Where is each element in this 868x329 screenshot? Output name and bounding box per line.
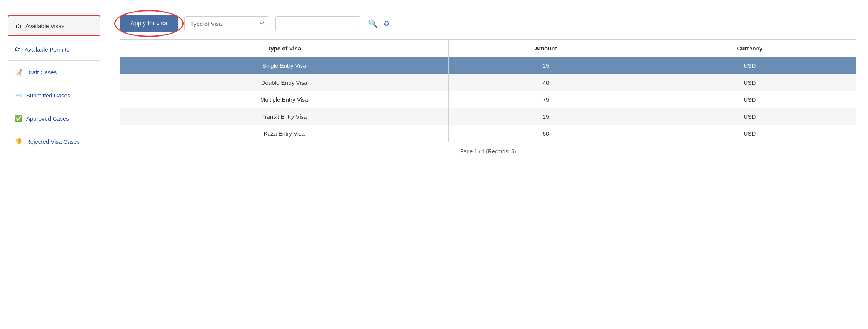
cell-currency: USD — [643, 108, 856, 125]
sidebar-item-label: Available Permits — [25, 46, 69, 53]
cell-amount: 25 — [449, 108, 643, 125]
sidebar-item-available-permits[interactable]: 🗂 Available Permits — [8, 40, 100, 59]
apply-btn-wrapper: Apply for visa — [120, 15, 178, 32]
cell-amount: 75 — [449, 91, 643, 108]
search-icon[interactable]: 🔍 — [368, 19, 378, 28]
col-header-amount: Amount — [449, 40, 643, 57]
cell-currency: USD — [643, 57, 856, 74]
apply-for-visa-button[interactable]: Apply for visa — [120, 15, 178, 32]
sidebar-item-label: Approved Cases — [26, 115, 69, 122]
col-header-currency: Currency — [643, 40, 856, 57]
cell-currency: USD — [643, 91, 856, 108]
sidebar-item-label: Rejected Visa Cases — [26, 138, 80, 145]
cell-type: Double Entry Visa — [120, 74, 449, 91]
table-row[interactable]: Kaza Entry Visa 50 USD — [120, 125, 856, 142]
toolbar-icons: 🔍 ♻ — [368, 19, 390, 28]
draft-icon: 📝 — [15, 69, 22, 76]
cell-type: Kaza Entry Visa — [120, 125, 449, 142]
search-input[interactable] — [275, 16, 360, 31]
sidebar-item-approved-cases[interactable]: ✅ Approved Cases — [8, 109, 100, 128]
cell-amount: 50 — [449, 125, 643, 142]
approved-icon: ✅ — [15, 115, 22, 122]
table-row[interactable]: Multiple Entry Visa 75 USD — [120, 91, 856, 108]
toolbar: Apply for visa Type of Visa Single Entry… — [120, 15, 856, 32]
table-row[interactable]: Double Entry Visa 40 USD — [120, 74, 856, 91]
visa-table: Type of Visa Amount Currency Single Entr… — [120, 39, 856, 142]
main-content: Apply for visa Type of Visa Single Entry… — [108, 12, 868, 317]
sidebar-item-label: Submitted Cases — [26, 92, 70, 99]
folder-icon-2: 🗂 — [15, 46, 21, 53]
refresh-icon[interactable]: ♻ — [383, 19, 390, 28]
pagination-info: Page 1 / 1 (Records: 5) — [120, 148, 856, 154]
sidebar: 🗂 Available Visas 🗂 Available Permits 📝 … — [0, 12, 108, 317]
cell-type: Single Entry Visa — [120, 57, 449, 74]
sidebar-item-label: Available Visas — [25, 23, 64, 29]
cell-amount: 25 — [449, 57, 643, 74]
cell-currency: USD — [643, 125, 856, 142]
sidebar-item-available-visas[interactable]: 🗂 Available Visas — [8, 15, 100, 36]
rejected-icon: 👎 — [15, 138, 22, 145]
cell-type: Multiple Entry Visa — [120, 91, 449, 108]
cell-amount: 40 — [449, 74, 643, 91]
submitted-icon: 📨 — [15, 92, 22, 99]
folder-icon: 🗂 — [15, 22, 22, 29]
sidebar-item-rejected-visa-cases[interactable]: 👎 Rejected Visa Cases — [8, 132, 100, 151]
col-header-type: Type of Visa — [120, 40, 449, 57]
table-row[interactable]: Transit Entry Visa 25 USD — [120, 108, 856, 125]
sidebar-item-draft-cases[interactable]: 📝 Draft Cases — [8, 62, 100, 82]
cell-currency: USD — [643, 74, 856, 91]
sidebar-item-submitted-cases[interactable]: 📨 Submitted Cases — [8, 86, 100, 105]
table-row[interactable]: Single Entry Visa 25 USD — [120, 57, 856, 74]
type-of-visa-select[interactable]: Type of Visa Single Entry Visa Double En… — [184, 16, 269, 31]
cell-type: Transit Entry Visa — [120, 108, 449, 125]
sidebar-item-label: Draft Cases — [26, 69, 57, 76]
